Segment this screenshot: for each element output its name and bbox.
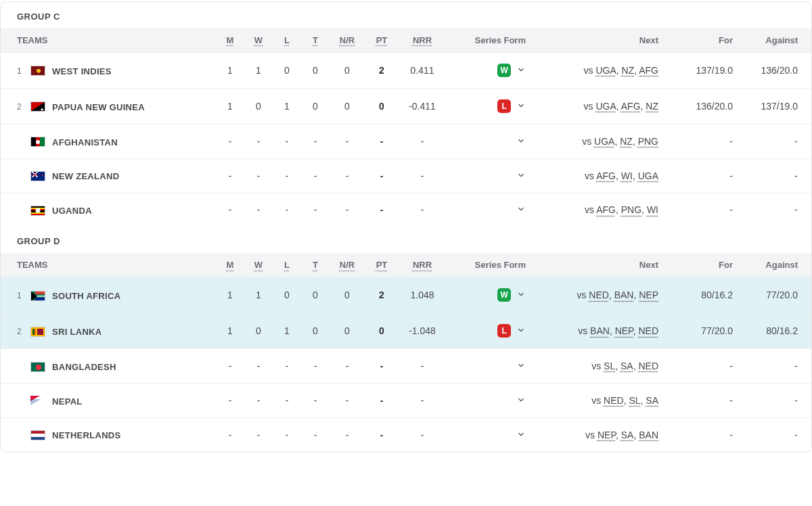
- cell-form[interactable]: [446, 158, 534, 193]
- team-cell[interactable]: NEW ZEALAND: [1, 158, 216, 193]
- team-cell[interactable]: 1WEST INDIES: [1, 53, 216, 89]
- cell-nr: -: [330, 384, 365, 418]
- next-opponent[interactable]: BAN: [590, 325, 610, 336]
- cell-nrr: -0.411: [399, 89, 446, 124]
- cell-l: 1: [273, 313, 301, 349]
- team-cell[interactable]: AFGHANISTAN: [1, 124, 216, 159]
- next-opponent[interactable]: WI: [647, 204, 658, 215]
- col-m[interactable]: M: [216, 253, 244, 277]
- team-cell[interactable]: UGANDA: [1, 193, 216, 227]
- col-pt[interactable]: PT: [365, 28, 399, 53]
- col-nrr[interactable]: NRR: [399, 253, 446, 277]
- cell-form[interactable]: [446, 417, 534, 451]
- cell-next: vs UGA, NZ, AFG: [534, 53, 662, 89]
- chevron-down-icon[interactable]: [516, 361, 526, 372]
- next-opponent[interactable]: BAN: [614, 290, 634, 300]
- cell-form[interactable]: [446, 193, 534, 227]
- cell-form[interactable]: [446, 124, 534, 159]
- next-opponent[interactable]: NEP: [615, 325, 633, 336]
- next-opponent[interactable]: SA: [621, 430, 634, 440]
- col-l[interactable]: L: [273, 28, 301, 53]
- chevron-down-icon[interactable]: [516, 65, 526, 76]
- next-opponent[interactable]: NED: [638, 361, 658, 371]
- cell-for: -: [662, 349, 737, 384]
- cell-form[interactable]: [446, 384, 534, 418]
- chevron-down-icon[interactable]: [516, 430, 526, 441]
- cell-nr: -: [330, 193, 365, 227]
- next-opponent[interactable]: AFG: [596, 204, 616, 215]
- rank: 1: [17, 66, 26, 76]
- next-opponent[interactable]: UGA: [638, 170, 658, 181]
- cell-w: 1: [244, 277, 273, 313]
- chevron-down-icon[interactable]: [516, 170, 526, 182]
- next-opponent[interactable]: NEP: [639, 290, 658, 300]
- next-opponent[interactable]: NZ: [622, 65, 635, 76]
- cell-nrr: -1.048: [399, 313, 446, 349]
- next-opponent[interactable]: SA: [646, 395, 658, 406]
- team-cell[interactable]: 2PAPUA NEW GUINEA: [1, 89, 216, 124]
- cell-m: 1: [216, 89, 244, 124]
- next-opponent[interactable]: NZ: [646, 101, 658, 112]
- table-row: 1WEST INDIES1100020.411W vs UGA, NZ, AFG…: [1, 53, 811, 89]
- flag-icon: [30, 206, 45, 216]
- cell-m: 1: [216, 53, 244, 89]
- cell-form[interactable]: W: [446, 277, 534, 313]
- col-m[interactable]: M: [216, 28, 244, 53]
- team-cell[interactable]: NEPAL: [1, 384, 216, 418]
- chevron-down-icon[interactable]: [516, 395, 526, 407]
- col-t[interactable]: T: [301, 28, 330, 53]
- cell-nr: 0: [330, 53, 365, 89]
- col-form: Series Form: [446, 253, 534, 277]
- next-opponent[interactable]: WI: [621, 170, 633, 181]
- next-opponent[interactable]: SL: [629, 395, 640, 406]
- cell-l: -: [273, 349, 301, 384]
- col-nrr[interactable]: NRR: [399, 28, 446, 53]
- next-opponent[interactable]: NED: [589, 290, 609, 300]
- next-opponent[interactable]: PNG: [638, 136, 658, 147]
- next-opponent[interactable]: UGA: [594, 136, 614, 147]
- cell-form[interactable]: L: [446, 89, 534, 124]
- team-cell[interactable]: 2SRI LANKA: [1, 313, 216, 349]
- chevron-down-icon[interactable]: [516, 136, 526, 147]
- next-opponent[interactable]: NEP: [597, 430, 616, 440]
- cell-nrr: -: [399, 124, 446, 159]
- cell-m: -: [216, 349, 244, 384]
- next-opponent[interactable]: NED: [638, 325, 658, 336]
- next-opponent[interactable]: BAN: [639, 430, 658, 440]
- next-opponent[interactable]: UGA: [595, 65, 616, 76]
- next-opponent[interactable]: UGA: [595, 101, 616, 112]
- next-opponent[interactable]: AFG: [621, 101, 641, 112]
- chevron-down-icon[interactable]: [516, 204, 526, 216]
- cell-form[interactable]: L: [446, 313, 534, 349]
- cell-form[interactable]: [446, 349, 534, 384]
- cell-next: vs AFG, WI, UGA: [534, 158, 662, 193]
- col-nr[interactable]: N/R: [330, 28, 365, 53]
- cell-m: -: [216, 158, 244, 193]
- cell-for: -: [662, 124, 737, 159]
- col-w[interactable]: W: [244, 253, 273, 277]
- chevron-down-icon[interactable]: [516, 325, 526, 337]
- next-opponent[interactable]: AFG: [639, 65, 658, 76]
- next-opponent[interactable]: SL: [604, 361, 615, 371]
- next-opponent[interactable]: PNG: [621, 204, 641, 215]
- next-opponent[interactable]: SA: [621, 361, 633, 371]
- col-pt[interactable]: PT: [365, 253, 399, 277]
- col-t[interactable]: T: [301, 253, 330, 277]
- team-cell[interactable]: NETHERLANDS: [1, 417, 216, 451]
- col-nr[interactable]: N/R: [330, 253, 365, 277]
- team-cell[interactable]: BANGLADESH: [1, 349, 216, 384]
- next-opponent[interactable]: AFG: [596, 170, 616, 181]
- chevron-down-icon[interactable]: [516, 101, 526, 112]
- col-l[interactable]: L: [273, 253, 301, 277]
- col-for: For: [662, 28, 737, 53]
- cell-pt: 2: [365, 53, 399, 89]
- col-against: Against: [737, 28, 811, 53]
- next-opponent[interactable]: NED: [604, 395, 624, 406]
- cell-t: 0: [301, 89, 330, 124]
- cell-form[interactable]: W: [446, 53, 534, 89]
- col-w[interactable]: W: [244, 28, 273, 53]
- team-cell[interactable]: 1SOUTH AFRICA: [1, 277, 216, 313]
- chevron-down-icon[interactable]: [516, 290, 526, 301]
- next-opponent[interactable]: NZ: [620, 136, 633, 147]
- cell-w: 0: [244, 89, 273, 124]
